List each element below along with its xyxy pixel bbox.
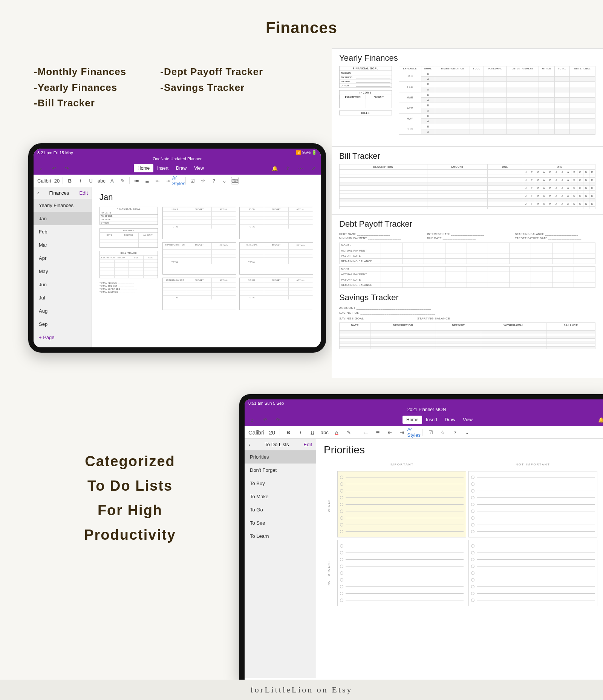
question-icon[interactable]: ? bbox=[210, 177, 217, 184]
sidebar-item[interactable]: To Go bbox=[245, 503, 316, 516]
bullets-icon[interactable]: ≔ bbox=[133, 177, 140, 184]
ribbon-tab-insert[interactable]: Insert bbox=[422, 416, 441, 424]
sidebar-item[interactable]: Don't Forget bbox=[245, 464, 316, 477]
strike-icon[interactable]: abc bbox=[98, 177, 105, 184]
underline-icon[interactable]: U bbox=[309, 428, 316, 436]
share-icon[interactable]: ⇪ bbox=[284, 164, 291, 172]
styles-icon[interactable]: A⁄ Styles bbox=[175, 177, 182, 184]
indent-icon[interactable]: ⇥ bbox=[398, 428, 406, 436]
bold-icon[interactable]: B bbox=[285, 428, 292, 436]
highlight-icon[interactable]: ✎ bbox=[119, 177, 126, 184]
bullet-item: -Dept Payoff Tracker bbox=[160, 64, 263, 80]
star-icon[interactable]: ☆ bbox=[199, 177, 207, 184]
edit-button[interactable]: Edit bbox=[304, 442, 312, 447]
panel-savings: Savings Tracker ACCOUNT ________________… bbox=[332, 288, 603, 378]
sidebar-item[interactable]: Mar bbox=[34, 238, 92, 252]
font-name[interactable]: Calibri bbox=[37, 178, 51, 184]
undo-icon[interactable]: ↶ bbox=[50, 164, 58, 172]
bell-icon[interactable]: 🔔 bbox=[271, 164, 279, 172]
outdent-icon[interactable]: ⇤ bbox=[386, 428, 393, 436]
status-time: 3:21 pm Fri 15 May bbox=[37, 150, 73, 155]
ribbon-tab-draw[interactable]: Draw bbox=[172, 164, 190, 172]
divider bbox=[422, 429, 422, 436]
star-icon[interactable]: ☆ bbox=[439, 428, 447, 436]
quad-1[interactable] bbox=[337, 471, 466, 537]
styles-icon[interactable]: A⁄ Styles bbox=[410, 428, 418, 436]
font-name[interactable]: Calibri bbox=[248, 429, 265, 436]
edit-button[interactable]: Edit bbox=[80, 190, 88, 196]
savings-table: DATEDESCRIPTIONDEPOSITWITHDRAWALBALANCE bbox=[339, 322, 595, 349]
numbering-icon[interactable]: ≣ bbox=[374, 428, 381, 436]
ribbon-tabs: ⌕ ↶ ↷ HomeInsertDrawView 🔔 bbox=[245, 413, 603, 426]
font-color-icon[interactable]: A bbox=[108, 177, 116, 184]
search-icon[interactable]: ⌕ bbox=[37, 164, 45, 172]
canvas: Jan FINANCIAL GOAL TO EARNTO SPENDTO SAV… bbox=[92, 187, 321, 347]
divider bbox=[357, 429, 357, 436]
row-urgent: URGENT bbox=[328, 471, 335, 537]
sidebar-item[interactable]: Jun bbox=[34, 278, 92, 291]
ribbon-tab-insert[interactable]: Insert bbox=[153, 164, 172, 172]
add-page-button[interactable]: + Page bbox=[34, 331, 92, 344]
quad-3[interactable] bbox=[337, 540, 466, 606]
priority-matrix: IMPORTANT NOT IMPORTANT URGENT NOT URGEN… bbox=[324, 461, 601, 610]
font-size[interactable]: 20 bbox=[269, 429, 275, 436]
ribbon-tab-view[interactable]: View bbox=[459, 416, 476, 424]
more-format-icon[interactable]: ⌄ bbox=[463, 428, 471, 436]
sidebar-item[interactable]: To Make bbox=[245, 490, 316, 503]
col-not-important: NOT IMPORTANT bbox=[468, 463, 597, 469]
bullet-item: -Yearly Finances bbox=[34, 80, 126, 96]
highlight-icon[interactable]: ✎ bbox=[345, 428, 352, 436]
bullet-columns: -Monthly Finances-Yearly Finances-Bill T… bbox=[34, 64, 263, 111]
bold-icon[interactable]: B bbox=[66, 177, 73, 184]
quad-4[interactable] bbox=[468, 540, 597, 606]
strike-icon[interactable]: abc bbox=[321, 428, 328, 436]
back-icon[interactable]: ‹ bbox=[37, 190, 39, 196]
keyboard-icon[interactable]: ⌨ bbox=[231, 177, 239, 184]
indent-icon[interactable]: ⇥ bbox=[164, 177, 172, 184]
undo-icon[interactable]: ↶ bbox=[261, 416, 269, 424]
sidebar: ‹ To Do Lists Edit PrioritiesDon't Forge… bbox=[245, 439, 316, 678]
redo-icon[interactable]: ↷ bbox=[274, 416, 282, 424]
sidebar-item[interactable]: To See bbox=[245, 516, 316, 530]
ribbon-tab-home[interactable]: Home bbox=[134, 164, 153, 172]
ribbon-tab-home[interactable]: Home bbox=[403, 416, 422, 424]
todo-icon[interactable]: ☑ bbox=[427, 428, 435, 436]
sidebar-item[interactable]: Feb bbox=[34, 225, 92, 238]
italic-icon[interactable]: I bbox=[297, 428, 304, 436]
more-icon[interactable]: ⋯ bbox=[297, 164, 304, 172]
sidebar-header: ‹ Finances Edit bbox=[34, 187, 92, 199]
sidebar-item[interactable]: Jul bbox=[34, 291, 92, 304]
sidebar-item[interactable]: Jan bbox=[34, 212, 92, 225]
search-icon[interactable]: ⌕ bbox=[248, 416, 256, 424]
sidebar-item[interactable]: Sep bbox=[34, 318, 92, 331]
bell-icon[interactable]: 🔔 bbox=[597, 416, 603, 424]
bill-tracker-table: DESCRIPTIONAMOUNTDUEPAID JFMAMJJASONDJFM… bbox=[339, 164, 595, 209]
sidebar-item[interactable]: Priorities bbox=[245, 450, 316, 464]
ribbon-tab-view[interactable]: View bbox=[190, 164, 208, 172]
redo-icon[interactable]: ↷ bbox=[63, 164, 70, 172]
italic-icon[interactable]: I bbox=[77, 177, 84, 184]
back-icon[interactable]: ‹ bbox=[248, 442, 250, 447]
sidebar-item[interactable]: Aug bbox=[34, 304, 92, 318]
bullets-icon[interactable]: ≔ bbox=[362, 428, 369, 436]
underline-icon[interactable]: U bbox=[87, 177, 95, 184]
mega-line: Productivity bbox=[45, 527, 215, 543]
sidebar-item[interactable]: To Learn bbox=[245, 530, 316, 543]
more-format-icon[interactable]: ⌄ bbox=[220, 177, 228, 184]
bullet-item: -Savings Tracker bbox=[160, 80, 263, 96]
sidebar-section[interactable]: Yearly Finances bbox=[34, 199, 92, 212]
numbering-icon[interactable]: ≣ bbox=[143, 177, 151, 184]
font-color-icon[interactable]: A bbox=[333, 428, 340, 436]
divider bbox=[129, 177, 130, 184]
question-icon[interactable]: ? bbox=[451, 428, 459, 436]
todo-icon[interactable]: ☑ bbox=[189, 177, 196, 184]
sidebar-item[interactable]: May bbox=[34, 265, 92, 278]
sidebar-item[interactable]: To Buy bbox=[245, 477, 316, 490]
page-heading: Jan bbox=[99, 192, 313, 202]
sidebar-item[interactable]: Apr bbox=[34, 252, 92, 265]
ribbon-tab-draw[interactable]: Draw bbox=[441, 416, 459, 424]
fullscreen-icon[interactable]: ⤢ bbox=[309, 164, 317, 172]
font-size[interactable]: 20 bbox=[54, 178, 60, 184]
quad-2[interactable] bbox=[468, 471, 597, 537]
outdent-icon[interactable]: ⇤ bbox=[154, 177, 161, 184]
